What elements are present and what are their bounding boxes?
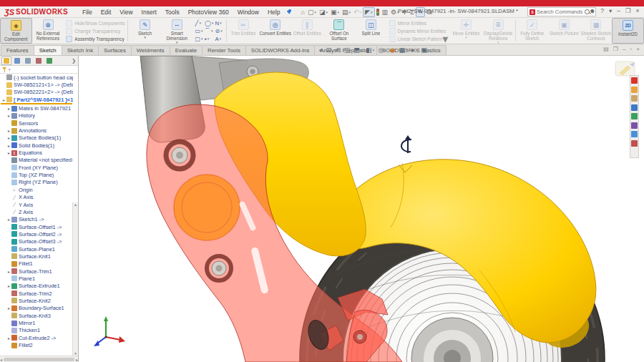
tree-item[interactable]: ▸Surface-Extrude1 [0,283,73,290]
tree-item[interactable]: Surface-Knit1 [0,253,73,260]
panel-tab-dimxpert-manager[interactable] [34,57,44,65]
tree-item[interactable]: Surface-Offset1 -> [0,223,73,230]
search-input[interactable] [537,9,585,15]
tree-item[interactable]: Surface-Trim2 [0,290,73,297]
panel-tab-propertymanager[interactable] [12,57,22,65]
tree-item[interactable]: ▸[ Part2^SW-0847921 ]<1> -> (De [0,96,73,103]
tree-item[interactable]: SW-0852121<1> -> (Default) [0,81,73,88]
tree-item[interactable]: ▸Mates in SW-0847921 [0,104,73,112]
help-icon[interactable]: ? [598,7,607,14]
new-document-icon[interactable]: ▢▾ [306,8,318,16]
tree-item[interactable]: Surface-Plane1 [0,245,73,253]
panel-expand-icon[interactable]: ❯ [72,58,78,64]
scroll-left-icon[interactable]: ◂ [0,357,2,362]
tree-item[interactable]: ▸Solid Bodies(1) [0,142,73,149]
menu-edit[interactable]: Edit [97,7,116,17]
edit-appearance-icon[interactable]: ◉ [388,47,397,54]
doc-minimize-icon[interactable]: – [620,46,628,52]
sketch-button[interactable]: ✎Sketch▾ [129,18,161,44]
expand-arrow-icon[interactable]: ▸ [6,150,11,155]
open-icon[interactable]: ◪▾ [318,8,329,16]
apply-scene-icon[interactable]: ▦▾ [397,47,409,54]
taskpane-design-library-icon[interactable] [631,87,638,93]
filter-funnel-icon[interactable] [2,67,7,72]
tree-item[interactable]: ▸Surface Bodies(1) [0,134,73,142]
expand-arrow-icon[interactable]: ▸ [6,113,11,118]
tree-item[interactable]: Thicken1 [0,327,73,334]
convert-entities-button[interactable]: ◎Convert Entities [259,18,291,44]
tree-item[interactable]: Fillet1 [0,260,73,268]
tree-vertical-scrollbar[interactable]: ▲ ▼ [72,202,78,356]
expand-arrow-icon[interactable]: ▸ [6,143,11,148]
expand-arrow-icon[interactable]: ▸ [6,336,11,341]
tree-item[interactable]: (-) socket button head cap screw [0,74,73,81]
panel-tab-display-manager[interactable] [44,57,54,65]
exit-sketch-icon[interactable] [615,62,635,76]
ellipse-icon[interactable]: ⊘▾ [215,27,223,35]
smart-dimension-button[interactable]: ↔Smart Dimension▾ [161,18,193,44]
tab-features[interactable]: Features [1,45,34,55]
doc-menu-icon[interactable]: ▤ [601,46,611,52]
text-icon[interactable]: Α▾ [215,35,223,43]
filter-dropdown-icon[interactable]: ▾ [9,67,11,72]
taskpane-view-palette-icon[interactable] [631,104,638,111]
close-button[interactable]: × [633,7,642,14]
user-account-icon[interactable]: ☻ [587,7,598,14]
panel-tab-configuration-manager[interactable] [23,57,33,65]
minimize-button[interactable]: – [615,7,623,14]
tree-item[interactable]: ▸ΣEquations [0,149,73,156]
view-orientation-icon[interactable]: ⬒▾ [352,47,364,54]
zoom-fit-icon[interactable]: ⌖ [317,47,324,54]
menu-window[interactable]: Window [233,7,263,17]
section-view-icon[interactable]: ◫ [342,47,352,54]
tree-item[interactable]: Surface-Offset2 -> [0,230,73,238]
previous-view-icon[interactable]: ↶ [333,47,343,54]
search-commands-box[interactable]: S ▾ [527,7,596,16]
pin-menubar-icon[interactable] [286,9,292,15]
point-icon[interactable]: ▪▾ [205,35,213,43]
tree-item[interactable]: Mirror1 [0,319,73,326]
tab-solidworks-add-ins[interactable]: SOLIDWORKS Add-Ins [245,45,315,55]
undo-icon[interactable]: ↶▾ [352,8,363,16]
restore-button[interactable]: ❒ [623,7,633,14]
expand-arrow-icon[interactable]: ▸ [6,135,11,140]
tree-item[interactable]: SW-0852221<2> -> (Default) [0,89,73,96]
tree-item[interactable]: ⊥Origin [0,186,73,193]
menu-photoview-360[interactable]: PhotoView 360 [184,7,233,17]
scroll-up-icon[interactable]: ▲ [73,202,78,207]
display-style-icon[interactable]: ◧▾ [364,47,376,54]
tree-item[interactable]: ▸Cut-Extrude2 -> [0,334,73,341]
camera-icon[interactable]: ▣ [419,47,429,54]
expand-arrow-icon[interactable]: ▸ [6,128,11,133]
scrollbar-thumb[interactable] [4,358,74,361]
menu-file[interactable]: File [78,7,97,17]
tree-item[interactable]: Sensors [0,119,73,127]
expand-arrow-icon[interactable]: ▸ [6,305,11,310]
expand-arrow-icon[interactable]: ▸ [6,106,11,111]
line-icon[interactable]: ╱▾ [195,19,203,27]
tree-item[interactable]: ▸Boundary-Surface1 [0,305,73,312]
file-properties-icon[interactable]: ▥ [381,8,390,16]
tree-item[interactable]: ▸Annotations [0,127,73,134]
doc-close-icon[interactable]: × [634,46,642,52]
tree-item[interactable]: Right (YZ Plane) [0,179,73,186]
arc-icon[interactable]: ⌒▾ [205,27,213,35]
tab-sketch-ink[interactable]: Sketch Ink [62,45,99,55]
assembly-transparency-button[interactable]: Assembly Transparency [66,35,125,43]
taskpane-custom-properties-icon[interactable] [631,122,638,129]
doc-restore-icon[interactable]: ▫ [628,46,634,52]
graphics-viewport[interactable] [79,56,644,362]
no-external-references-button[interactable]: ⊗No External References [32,18,64,44]
select-icon[interactable]: ◤▾ [363,7,374,17]
rebuild-traffic-light-icon[interactable] [375,8,381,16]
panel-tab-featuremanager-design-tree[interactable] [1,57,11,65]
tab-weldments[interactable]: Weldments [131,45,170,55]
tree-item[interactable]: Surface-Offset3 -> [0,238,73,245]
expand-arrow-icon[interactable]: ▸ [1,97,6,102]
home-icon[interactable]: ⌂ [299,8,306,16]
tree-item[interactable]: ╱Y Axis [0,201,73,208]
tree-item[interactable]: Surface-Knit3 [0,312,73,319]
save-icon[interactable]: ▣▾ [329,8,341,16]
tab-sketch[interactable]: Sketch [34,45,62,55]
tab-evaluate[interactable]: Evaluate [170,45,203,55]
